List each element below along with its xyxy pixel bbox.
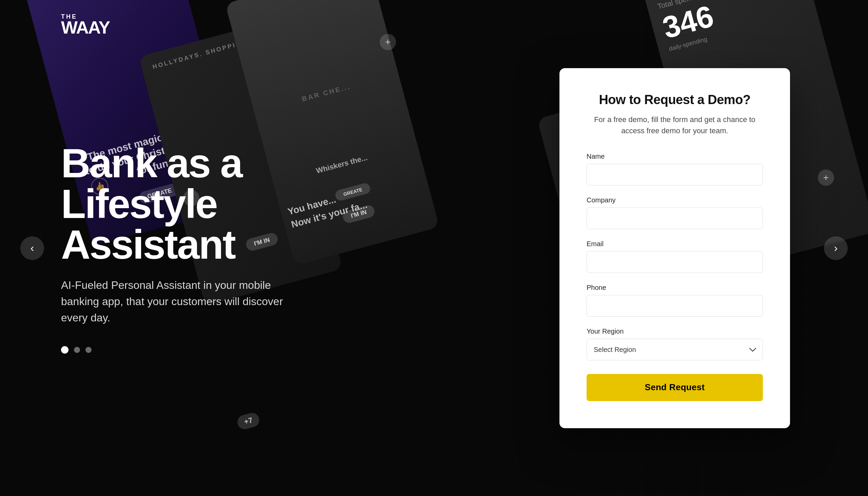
- logo: THE WAAY: [61, 14, 109, 35]
- region-label: Your Region: [587, 327, 763, 335]
- plus-seven-badge: +7: [236, 411, 261, 431]
- nav-arrow-left[interactable]: ‹: [20, 236, 44, 260]
- phone-input[interactable]: [587, 295, 763, 317]
- region-select-wrapper: Select Region North America Europe Asia …: [587, 339, 763, 360]
- demo-panel: How to Request a Demo? For a free demo, …: [559, 68, 790, 428]
- email-label: Email: [587, 240, 763, 248]
- name-input[interactable]: [587, 164, 763, 185]
- dot-1[interactable]: [61, 346, 68, 354]
- hero-subtitle: AI-Fueled Personal Assistant in your mob…: [61, 277, 292, 326]
- demo-panel-title: How to Request a Demo?: [587, 93, 763, 107]
- phone-field-group: Phone: [587, 284, 763, 317]
- demo-panel-description: For a free demo, fill the form and get a…: [587, 114, 763, 136]
- hero-content: Bank as a Lifestyle Assistant AI-Fueled …: [61, 143, 353, 354]
- email-field-group: Email: [587, 240, 763, 273]
- dot-3[interactable]: [86, 347, 92, 353]
- bg-plus-icon-1: +: [380, 34, 396, 50]
- name-label: Name: [587, 153, 763, 160]
- company-field-group: Company: [587, 196, 763, 229]
- logo-waay: WAAY: [61, 20, 109, 35]
- dot-2[interactable]: [74, 347, 80, 353]
- hero-title: Bank as a Lifestyle Assistant: [61, 143, 353, 265]
- phone-label: Phone: [587, 284, 763, 292]
- nav-arrow-right[interactable]: ›: [824, 236, 848, 260]
- email-input[interactable]: [587, 251, 763, 273]
- region-select[interactable]: Select Region North America Europe Asia …: [587, 339, 763, 360]
- company-label: Company: [587, 196, 763, 204]
- name-field-group: Name: [587, 153, 763, 185]
- region-field-group: Your Region Select Region North America …: [587, 327, 763, 360]
- send-request-button[interactable]: Send Request: [587, 374, 763, 401]
- company-input[interactable]: [587, 207, 763, 229]
- bg-plus-icon-3: +: [818, 170, 834, 186]
- hero-dots: [61, 346, 353, 354]
